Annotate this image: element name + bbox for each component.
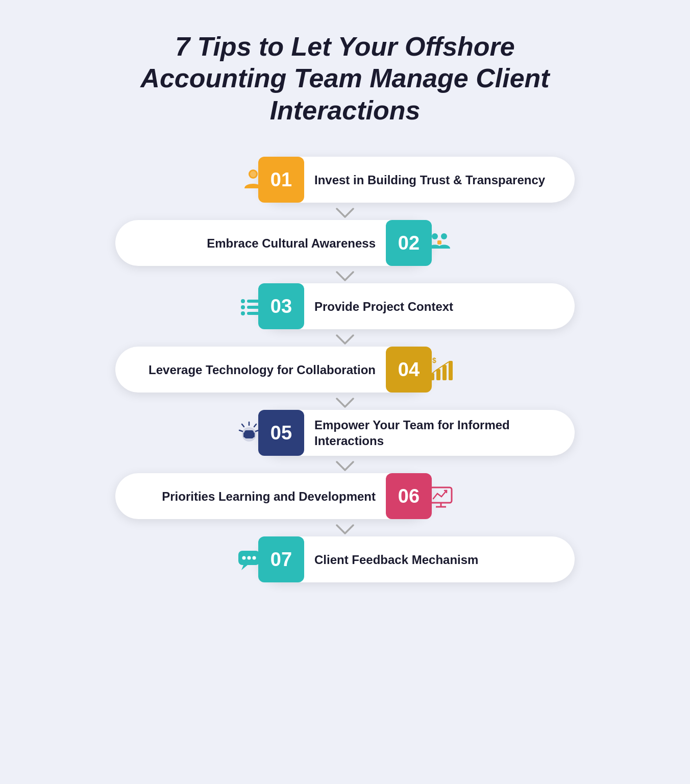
tip-banner-7: 07 Client Feedback Mechanism (258, 536, 575, 582)
tip-number-4: 04 (386, 347, 432, 393)
tip-banner-1: 01 Invest in Building Trust & Transparen… (258, 157, 575, 203)
svg-point-1 (250, 171, 256, 177)
tip-row-6: Priorities Learning and Development 06 (115, 473, 575, 519)
tip-text-3: Provide Project Context (304, 299, 575, 314)
svg-point-32 (253, 556, 256, 560)
svg-rect-10 (247, 312, 259, 315)
svg-line-21 (254, 424, 256, 427)
svg-point-30 (242, 556, 246, 560)
svg-line-22 (242, 424, 244, 427)
chevron-3 (336, 334, 354, 346)
tip-text-5: Empower Your Team for Informed Interacti… (304, 417, 575, 449)
tip-row-1: 01 Invest in Building Trust & Transparen… (115, 157, 575, 203)
tip-row-5: 05 Empower Your Team for Informed Intera… (115, 410, 575, 456)
chevron-4 (336, 398, 354, 409)
svg-marker-29 (241, 565, 248, 570)
svg-rect-18 (243, 432, 245, 437)
svg-point-9 (241, 311, 245, 315)
svg-text:$: $ (432, 357, 436, 364)
tip-text-2: Embrace Cultural Awareness (115, 235, 386, 251)
svg-point-2 (432, 233, 438, 239)
tips-container: 01 Invest in Building Trust & Transparen… (115, 157, 575, 586)
tip-number-2: 02 (386, 220, 432, 266)
chevron-1 (336, 208, 354, 219)
tip-number-5: 05 (258, 410, 304, 456)
svg-rect-4 (437, 240, 441, 244)
tip-banner-3: 03 Provide Project Context (258, 283, 575, 329)
tip-text-4: Leverage Technology for Collaboration (115, 362, 386, 378)
tip-row-7: 07 Client Feedback Mechanism (115, 536, 575, 582)
svg-point-5 (241, 299, 245, 303)
svg-rect-25 (430, 487, 452, 503)
svg-point-7 (241, 305, 245, 309)
tip-number-7: 07 (258, 536, 304, 582)
tip-row-2: Embrace Cultural Awareness 02 (115, 220, 575, 266)
svg-point-3 (441, 233, 447, 239)
tip-text-6: Priorities Learning and Development (115, 488, 386, 504)
svg-point-31 (248, 556, 251, 560)
svg-rect-12 (436, 369, 440, 380)
tip-text-1: Invest in Building Trust & Transparency (304, 172, 575, 188)
tip-row-4: Leverage Technology for Collaboration 04… (115, 347, 575, 393)
chevron-6 (336, 524, 354, 535)
tip-row-3: 03 Provide Project Context (115, 283, 575, 329)
svg-rect-8 (247, 306, 259, 309)
tip-number-3: 03 (258, 283, 304, 329)
chevron-2 (336, 271, 354, 282)
chevron-5 (336, 461, 354, 472)
svg-rect-19 (253, 432, 255, 437)
tip-number-1: 01 (258, 157, 304, 203)
svg-rect-14 (449, 361, 453, 380)
tip-banner-5: 05 Empower Your Team for Informed Intera… (258, 410, 575, 456)
svg-rect-13 (442, 365, 447, 380)
tip-banner-6: Priorities Learning and Development 06 (115, 473, 432, 519)
svg-rect-17 (244, 430, 254, 438)
tip-number-6: 06 (386, 473, 432, 519)
tip-banner-4: Leverage Technology for Collaboration 04… (115, 347, 432, 393)
tip-banner-2: Embrace Cultural Awareness 02 (115, 220, 432, 266)
page-title: 7 Tips to Let Your Offshore Accounting T… (126, 31, 564, 126)
svg-rect-6 (247, 300, 259, 303)
tip-text-7: Client Feedback Mechanism (304, 552, 575, 568)
svg-line-24 (239, 430, 242, 431)
